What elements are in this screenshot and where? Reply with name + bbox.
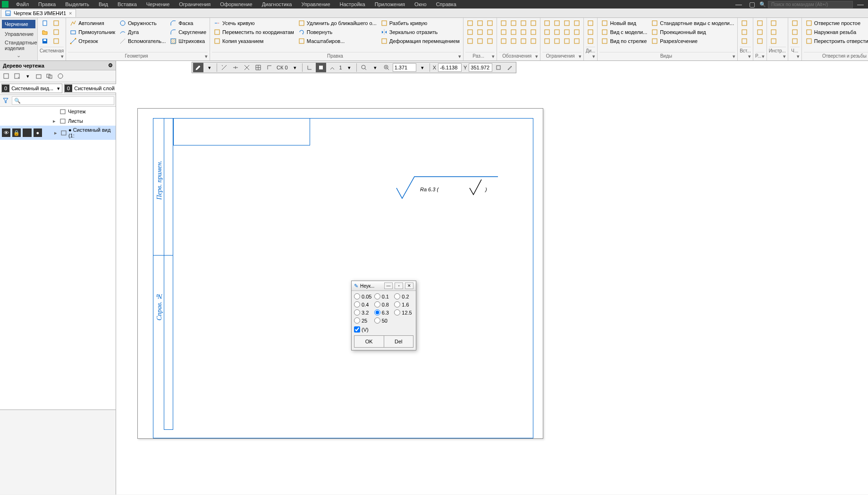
ribbon-cmd-Отверстие простое[interactable]: Отверстие простое: [804, 19, 868, 27]
ribbon-icon-btn[interactable]: [519, 37, 528, 45]
ribbon-icon-btn[interactable]: [519, 19, 528, 27]
ribbon-cmd-Проекционный вид[interactable]: Проекционный вид: [649, 28, 735, 36]
ribbon-cmd-Деформация перемещением[interactable]: Деформация перемещением: [379, 37, 461, 45]
roughness-option-6.3[interactable]: 6.3: [374, 309, 394, 316]
menu-drawing[interactable]: Черчение: [144, 0, 172, 8]
dialog-title-bar[interactable]: ✎ Неук... — ▫ ✕: [352, 281, 416, 291]
ribbon-icon-btn[interactable]: [562, 37, 572, 45]
snap-intersect-icon[interactable]: [242, 63, 252, 72]
ortho-icon[interactable]: [304, 63, 315, 72]
ribbon-icon-btn[interactable]: [475, 28, 485, 36]
menu-select[interactable]: Выделить: [63, 0, 91, 8]
ribbon-icon-btn[interactable]: [586, 19, 595, 27]
ribbon-icon-btn[interactable]: [509, 19, 518, 27]
roughness-option-50[interactable]: 50: [374, 317, 394, 324]
ribbon-mode-stdparts[interactable]: Стандартные изделия: [2, 38, 35, 52]
lock-icon[interactable]: 🔒: [12, 128, 21, 137]
ribbon-mode-manage[interactable]: Управление: [2, 30, 35, 38]
ribbon-icon-btn[interactable]: [519, 28, 528, 36]
drawing-canvas[interactable]: ▾ СК 0 ▾ 1 ▾ ▾ ▾ X Y: [116, 61, 868, 495]
roughness-radio-input[interactable]: [354, 317, 360, 324]
roughness-radio-input[interactable]: [394, 293, 400, 299]
gear-icon[interactable]: ⚙: [108, 62, 113, 68]
ribbon-icon-btn[interactable]: [755, 19, 765, 27]
dialog-close-icon[interactable]: ✕: [405, 282, 413, 289]
ok-button[interactable]: OK: [354, 335, 384, 348]
dropdown-arrow-icon[interactable]: ▾: [417, 63, 428, 72]
group-expand-icon[interactable]: ▾: [492, 53, 495, 60]
roughness-radio-input[interactable]: [374, 317, 380, 324]
menu-constraints[interactable]: Ограничения: [177, 0, 212, 8]
tree-tool-6-icon[interactable]: [56, 72, 65, 80]
ribbon-icon-btn[interactable]: [499, 37, 508, 45]
ribbon-mode-expand-icon[interactable]: ⌄: [2, 52, 35, 59]
ribbon-cmd-Автолиния[interactable]: Автолиния: [68, 19, 117, 27]
ribbon-cmd-save2[interactable]: [51, 37, 61, 45]
ribbon-icon-btn[interactable]: [572, 19, 581, 27]
group-expand-icon[interactable]: ▾: [733, 53, 735, 60]
ribbon-icon-btn[interactable]: [586, 28, 595, 36]
tree-tool-5-icon[interactable]: [45, 72, 54, 80]
round-icon[interactable]: [316, 63, 326, 72]
menu-view[interactable]: Вид: [97, 0, 110, 8]
cs-icon[interactable]: [264, 63, 275, 72]
x-coord-input[interactable]: [438, 63, 462, 72]
ribbon-cmd-Усечь кривую[interactable]: Усечь кривую: [212, 19, 295, 27]
ribbon-icon-btn[interactable]: [465, 37, 475, 45]
del-button[interactable]: Del: [384, 335, 414, 348]
dialog-max-icon[interactable]: ▫: [395, 282, 403, 289]
tree-tool-4-icon[interactable]: [34, 72, 43, 80]
ribbon-icon-btn[interactable]: [465, 28, 475, 36]
stat-icon[interactable]: [23, 128, 31, 137]
group-expand-icon[interactable]: ▾: [762, 53, 765, 60]
ribbon-icon-btn[interactable]: [542, 37, 552, 45]
roughness-radio-input[interactable]: [374, 293, 380, 299]
ribbon-icon-btn[interactable]: [529, 19, 538, 27]
ribbon-icon-btn[interactable]: [740, 19, 749, 27]
ribbon-icon-btn[interactable]: [562, 28, 572, 36]
menu-settings[interactable]: Настройка: [338, 0, 367, 8]
tree-expander-icon[interactable]: ▸: [53, 118, 58, 124]
ribbon-cmd-open[interactable]: [40, 28, 50, 36]
roughness-option-3.2[interactable]: 3.2: [354, 309, 373, 316]
tree-node-Системный вид (1:[interactable]: 👁🔒●▸● Системный вид (1:: [0, 126, 116, 140]
current-layer-dropdown[interactable]: 0 Системный слой ▾: [64, 84, 124, 93]
roughness-option-0.4[interactable]: 0.4: [354, 301, 373, 307]
ribbon-cmd-Разрез/сечение[interactable]: Разрез/сечение: [649, 37, 735, 45]
group-expand-icon[interactable]: ▾: [592, 53, 595, 60]
group-expand-icon[interactable]: ▾: [61, 53, 64, 60]
roughness-option-0.2[interactable]: 0.2: [394, 293, 413, 299]
ribbon-cmd-Перестроить отверстия и из...[interactable]: Перестроить отверстия и из...: [804, 37, 868, 45]
window-min-icon[interactable]: —: [733, 0, 744, 8]
document-tab[interactable]: Чертеж БЕЗ ИМЕНИ1 ×: [1, 9, 76, 17]
ribbon-icon-btn[interactable]: [790, 28, 800, 36]
snap-mid-icon[interactable]: [230, 63, 241, 72]
roughness-option-0.05[interactable]: 0.05: [354, 293, 373, 299]
ribbon-cmd-Копия указанием[interactable]: Копия указанием: [212, 37, 295, 45]
roughness-radio-input[interactable]: [374, 301, 380, 307]
ribbon-icon-btn[interactable]: [572, 37, 581, 45]
grid-icon[interactable]: [253, 63, 263, 72]
dialog-min-icon[interactable]: —: [384, 282, 393, 289]
ribbon-icon-btn[interactable]: [529, 28, 538, 36]
ribbon-icon-btn[interactable]: [475, 19, 485, 27]
ribbon-icon-btn[interactable]: [529, 37, 538, 45]
ribbon-icon-btn[interactable]: [769, 37, 778, 45]
roughness-radio-input[interactable]: [354, 293, 360, 299]
dropdown-arrow-icon[interactable]: ▾: [344, 63, 354, 72]
dropdown-arrow-icon[interactable]: ▾: [290, 63, 300, 72]
ribbon-cmd-Окружность[interactable]: Окружность: [118, 19, 167, 27]
dropdown-arrow-icon[interactable]: ▾: [204, 63, 215, 72]
ribbon-cmd-Вид по стрелке[interactable]: Вид по стрелке: [599, 37, 649, 45]
ribbon-cmd-Отрезок[interactable]: Отрезок: [68, 37, 117, 45]
ribbon-cmd-Вспомогатель...[interactable]: Вспомогатель...: [118, 37, 167, 45]
ribbon-cmd-Повернуть[interactable]: Повернуть: [296, 28, 378, 36]
roughness-radio-input[interactable]: [394, 301, 400, 307]
menu-design[interactable]: Оформление: [218, 0, 254, 8]
ribbon-icon-btn[interactable]: [552, 28, 562, 36]
group-expand-icon[interactable]: ▾: [783, 53, 786, 60]
ribbon-icon-btn[interactable]: [475, 37, 485, 45]
document-tab-close-icon[interactable]: ×: [69, 10, 72, 16]
tree-tool-2-icon[interactable]: [12, 72, 22, 80]
menu-window[interactable]: Окно: [413, 0, 429, 8]
